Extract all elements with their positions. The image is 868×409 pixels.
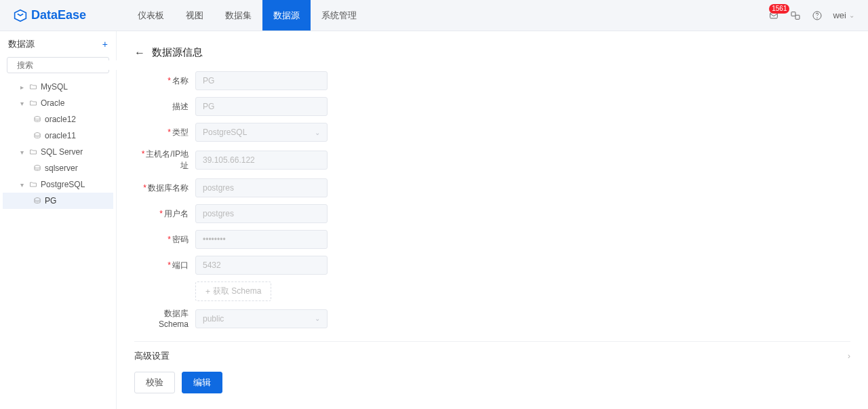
desc-input[interactable] xyxy=(195,97,328,116)
schema-select[interactable]: public⌄ xyxy=(195,309,328,328)
db-input[interactable] xyxy=(195,178,328,197)
chevron-down-icon: ⌄ xyxy=(849,12,854,19)
advanced-settings-toggle[interactable]: 高级设置 › xyxy=(134,341,850,362)
tree-ds-oracle12[interactable]: ⛁oracle12 xyxy=(3,111,113,128)
tree-ds-pg[interactable]: ⛁PG xyxy=(3,193,113,209)
datasource-icon: ⛁ xyxy=(33,196,42,206)
nav-datasource[interactable]: 数据源 xyxy=(262,0,311,31)
folder-icon xyxy=(28,98,38,108)
top-header: DataEase 仪表板 视图 数据集 数据源 系统管理 1561 wei ⌄ xyxy=(0,0,868,31)
user-menu[interactable]: wei ⌄ xyxy=(833,10,854,20)
sidebar-title: 数据源 xyxy=(8,38,35,50)
help-icon[interactable] xyxy=(811,9,823,22)
page-title: 数据源信息 xyxy=(152,46,203,59)
tree-folder-postgresql[interactable]: ▾PostgreSQL xyxy=(3,176,113,193)
add-datasource-button[interactable]: + xyxy=(102,39,108,50)
edit-button[interactable]: 编辑 xyxy=(182,372,222,393)
top-nav: 仪表板 视图 数据集 数据源 系统管理 xyxy=(127,0,368,31)
tree-folder-sqlserver[interactable]: ▾SQL Server xyxy=(3,144,113,160)
notifications-icon[interactable]: 1561 xyxy=(768,9,780,22)
datasource-icon: ⛁ xyxy=(33,115,42,124)
logo-text: DataEase xyxy=(31,8,86,22)
user-name: wei xyxy=(833,10,846,20)
sidebar: 数据源 + ▸MySQL ▾Oracle ⛁oracle12 ⛁oracle11… xyxy=(0,31,117,409)
chevron-down-icon: ⌄ xyxy=(315,129,320,136)
datasource-form: *名称 描述 *类型PostgreSQL⌄ *主机名/IP地址 *数据库名称 *… xyxy=(134,71,446,329)
nav-view[interactable]: 视图 xyxy=(175,0,214,31)
tree-ds-sqlserver[interactable]: ⛁sqlserver xyxy=(3,160,113,176)
datasource-icon: ⛁ xyxy=(33,163,42,173)
chevron-down-icon: ⌄ xyxy=(315,315,320,322)
tree-folder-oracle[interactable]: ▾Oracle xyxy=(3,95,113,111)
verify-button[interactable]: 校验 xyxy=(134,372,175,393)
search-field[interactable] xyxy=(17,60,119,70)
nav-dataset[interactable]: 数据集 xyxy=(214,0,262,31)
folder-icon xyxy=(28,147,38,157)
type-select[interactable]: PostgreSQL⌄ xyxy=(195,123,328,142)
password-input[interactable] xyxy=(195,230,328,249)
logo-icon xyxy=(14,9,27,22)
nav-dashboard[interactable]: 仪表板 xyxy=(127,0,175,31)
svg-rect-1 xyxy=(770,13,778,18)
svg-rect-3 xyxy=(795,15,800,19)
host-input[interactable] xyxy=(195,151,328,170)
tree-ds-oracle11[interactable]: ⛁oracle11 xyxy=(3,128,113,144)
datasource-icon: ⛁ xyxy=(33,131,42,140)
main-content: ← 数据源信息 *名称 描述 *类型PostgreSQL⌄ *主机名/IP地址 … xyxy=(117,31,868,409)
chevron-right-icon: › xyxy=(848,351,850,361)
svg-point-5 xyxy=(817,18,818,18)
folder-icon xyxy=(28,82,38,92)
language-icon[interactable] xyxy=(789,9,802,22)
badge-count: 1561 xyxy=(769,4,789,14)
fetch-schema-button[interactable]: +获取 Schema xyxy=(195,281,271,301)
logo[interactable]: DataEase xyxy=(14,8,86,22)
folder-icon xyxy=(28,180,38,189)
user-input[interactable] xyxy=(195,204,328,223)
svg-rect-2 xyxy=(791,12,795,16)
name-input[interactable] xyxy=(195,71,328,90)
back-button[interactable]: ← xyxy=(134,47,145,59)
nav-system[interactable]: 系统管理 xyxy=(311,0,368,31)
datasource-tree: ▸MySQL ▾Oracle ⛁oracle12 ⛁oracle11 ▾SQL … xyxy=(0,79,116,209)
search-input[interactable] xyxy=(7,57,109,73)
plus-icon: + xyxy=(205,287,210,296)
port-input[interactable] xyxy=(195,256,328,275)
tree-folder-mysql[interactable]: ▸MySQL xyxy=(3,79,113,95)
